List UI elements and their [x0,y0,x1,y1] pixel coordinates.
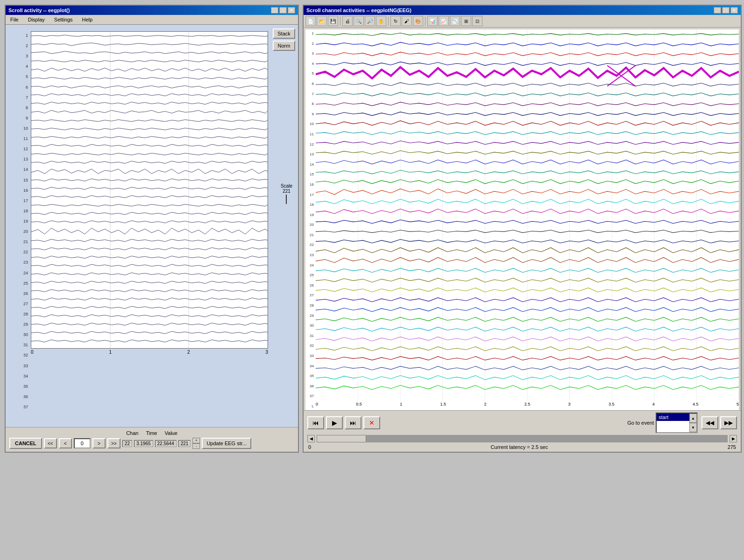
x-axis-left: 0 1 2 3 [31,350,268,355]
forward-button[interactable]: > [92,438,106,448]
update-button[interactable]: Update EEG str... [202,438,251,449]
eeg-plot-right [316,29,739,401]
channel-labels-right: 1 2 3 4 5 6 7 8 9 10 11 12 13 14 15 16 1… [305,29,316,410]
right-minimize-btn[interactable]: _ [714,7,721,14]
scroll-left-arrow[interactable]: ◀ [307,435,315,442]
scale-bar [286,195,287,204]
close-btn[interactable]: × [288,7,295,14]
tb-chart2[interactable]: 📈 [439,16,449,26]
left-window: Scroll activity -- eegplot() _ □ × File … [5,5,299,453]
signal-value: 22.5644 [155,440,177,447]
go-to-event-label: Go to event [627,420,654,426]
fast-forward-button-right[interactable]: ⏭ [345,416,361,429]
event-scroll-arrows: ▲ ▼ [689,413,697,432]
tb-sep3 [425,16,425,26]
norm-button[interactable]: Norm [273,41,295,51]
tb-brush[interactable]: 🖌 [402,16,412,26]
left-titlebar-buttons: _ □ × [271,7,295,14]
channel-labels-left: 1 2 3 4 5 6 7 8 9 10 11 12 13 14 15 16 1… [11,31,28,411]
left-title: Scroll activity -- eegplot() [8,7,70,13]
right-bottom: ⏮ ▶ ⏭ ✕ Go to event start ▲ ▼ ◀◀ ▶▶ [304,410,741,452]
rewind-button[interactable]: << [44,438,57,448]
tb-rotate[interactable]: ↻ [390,16,401,26]
plus-button[interactable]: + [192,438,200,443]
right-titlebar-buttons: _ □ × [714,7,738,14]
stack-button[interactable]: Stack [273,28,295,39]
latency-left-value: 0 [308,444,311,450]
right-restore-btn[interactable]: □ [722,7,730,14]
go-to-event: Go to event start ▲ ▼ [627,413,698,433]
rewind-button-right[interactable]: ⏮ [307,416,324,429]
play-button[interactable]: ▶ [326,416,343,429]
tb-chart1[interactable]: 📊 [427,16,438,26]
latency-right-value: 275 [728,444,736,450]
stop-button[interactable]: ✕ [363,416,380,429]
skip-back-button[interactable]: ◀◀ [701,416,718,429]
tb-print[interactable]: 🖨 [342,16,353,26]
left-content: Stack Norm 1 2 3 4 5 6 7 8 9 10 11 12 13… [6,25,298,427]
tb-cursor[interactable]: ⊡ [472,16,482,26]
tb-sep1 [340,16,340,26]
left-menubar: File Display Settings Help [6,15,298,25]
right-close-btn[interactable]: × [730,7,738,14]
bottom-controls: Chan Time Value CANCEL << < > >> 22 3.19… [6,427,298,452]
tb-chart3[interactable]: 📉 [450,16,460,26]
scale-value: 221 [178,440,191,447]
scale-label: Scale 221 [281,183,292,205]
tb-new[interactable]: 📄 [305,16,316,26]
back-button[interactable]: < [59,438,72,448]
menu-help[interactable]: Help [79,16,96,23]
eeg-waveform-left [31,32,268,348]
tb-grid[interactable]: ⊞ [461,16,471,26]
eeg-waveform-right [316,29,739,401]
menu-file[interactable]: File [7,16,21,23]
left-titlebar: Scroll activity -- eegplot() _ □ × [6,6,298,15]
event-scroll-down[interactable]: ▼ [689,423,697,432]
menu-settings[interactable]: Settings [51,16,76,23]
restore-btn[interactable]: □ [279,7,287,14]
right-plot-area: 1 2 3 4 5 6 7 8 9 10 11 12 13 14 15 16 1… [305,29,739,410]
cancel-button[interactable]: CANCEL [9,438,42,449]
tb-color[interactable]: 🎨 [413,16,423,26]
minimize-btn[interactable]: _ [271,7,278,14]
event-scroll-up[interactable]: ▲ [689,413,697,423]
right-titlebar: Scroll channel activities -- eegplotNG(E… [304,6,741,15]
scrollbar-row: ◀ ▶ [307,435,737,442]
tb-pan[interactable]: ✋ [376,16,386,26]
chan-value: 22 [122,440,132,447]
latency-row: 0 Current latency = 2.5 sec 275 [307,444,737,450]
skip-buttons: ◀◀ ▶▶ [701,416,737,429]
fast-forward-button[interactable]: >> [107,438,120,448]
playback-row: ⏮ ▶ ⏭ ✕ Go to event start ▲ ▼ ◀◀ ▶▶ [307,413,737,433]
event-dropdown[interactable]: start ▲ ▼ [656,413,698,433]
right-toolbar: 📄 📂 💾 🖨 🔍 🔎 ✋ ↻ 🖌 🎨 📊 📈 📉 ⊞ ⊡ [304,15,741,28]
menu-display[interactable]: Display [25,16,48,23]
latency-label: Current latency = 2.5 sec [491,444,548,450]
scrollbar-thumb[interactable] [317,435,366,442]
eeg-plot-left [31,31,268,349]
chan-time-value-labels: Chan Time Value [9,430,294,436]
tb-save[interactable]: 💾 [328,16,338,26]
scrollbar-track[interactable] [317,435,728,442]
tb-open[interactable]: 📂 [317,16,327,26]
nav-row: CANCEL << < > >> 22 3.1965 22.5644 221 +… [9,438,294,449]
x-axis-right: 0 0.5 1 1.5 2 2.5 3 3.5 4 4.5 5 [316,401,739,410]
plus-minus-buttons: + - [192,438,200,449]
right-window: Scroll channel activities -- eegplotNG(E… [303,5,742,453]
right-title: Scroll channel activities -- eegplotNG(E… [306,7,411,13]
minus-button[interactable]: - [192,443,200,449]
playback-buttons: ⏮ ▶ ⏭ ✕ [307,416,380,429]
tb-sep2 [388,16,389,26]
tb-zoom-in[interactable]: 🔍 [354,16,364,26]
frame-input[interactable] [74,438,91,448]
time-value: 3.1965 [134,440,153,447]
skip-forward-button[interactable]: ▶▶ [720,416,737,429]
scroll-right-arrow[interactable]: ▶ [730,435,737,442]
stack-norm-buttons: Stack Norm [273,28,295,51]
tb-zoom-out[interactable]: 🔎 [365,16,375,26]
